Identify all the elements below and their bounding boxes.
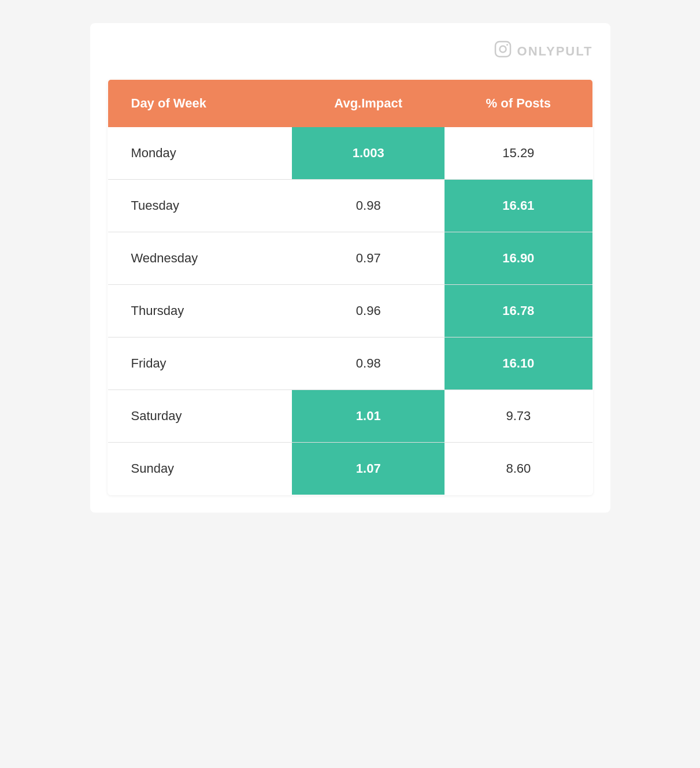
cell-day: Wednesday: [108, 232, 292, 285]
table-row: Wednesday0.9716.90: [108, 232, 592, 285]
cell-posts: 15.29: [445, 127, 592, 180]
cell-posts: 16.90: [445, 232, 592, 285]
cell-posts: 16.61: [445, 180, 592, 232]
cell-impact: 0.97: [292, 232, 445, 285]
cell-day: Thursday: [108, 285, 292, 337]
brand-name-text: ONLYPULT: [517, 44, 593, 59]
page-wrapper: ONLYPULT Day of Week Avg.Impact % of Pos…: [90, 23, 610, 513]
table-row: Thursday0.9616.78: [108, 285, 592, 337]
cell-impact: 1.07: [292, 443, 445, 495]
svg-point-2: [506, 44, 508, 46]
cell-posts: 16.78: [445, 285, 592, 337]
table-row: Monday1.00315.29: [108, 127, 592, 180]
cell-day: Friday: [108, 337, 292, 390]
brand-header: ONLYPULT: [108, 40, 593, 62]
cell-day: Tuesday: [108, 180, 292, 232]
cell-day: Sunday: [108, 443, 292, 495]
data-table: Day of Week Avg.Impact % of Posts Monday…: [108, 79, 593, 495]
table-row: Friday0.9816.10: [108, 337, 592, 390]
header-day: Day of Week: [108, 80, 292, 128]
cell-impact: 1.003: [292, 127, 445, 180]
table-row: Tuesday0.9816.61: [108, 180, 592, 232]
cell-impact: 1.01: [292, 390, 445, 443]
cell-day: Saturday: [108, 390, 292, 443]
brand-icon: [494, 40, 512, 62]
header-posts: % of Posts: [445, 80, 592, 128]
cell-day: Monday: [108, 127, 292, 180]
table-header-row: Day of Week Avg.Impact % of Posts: [108, 80, 592, 128]
header-impact: Avg.Impact: [292, 80, 445, 128]
cell-impact: 0.96: [292, 285, 445, 337]
svg-rect-0: [495, 42, 510, 57]
cell-posts: 9.73: [445, 390, 592, 443]
svg-point-1: [499, 46, 506, 53]
cell-posts: 8.60: [445, 443, 592, 495]
table-row: Sunday1.078.60: [108, 443, 592, 495]
cell-impact: 0.98: [292, 337, 445, 390]
table-row: Saturday1.019.73: [108, 390, 592, 443]
cell-impact: 0.98: [292, 180, 445, 232]
cell-posts: 16.10: [445, 337, 592, 390]
